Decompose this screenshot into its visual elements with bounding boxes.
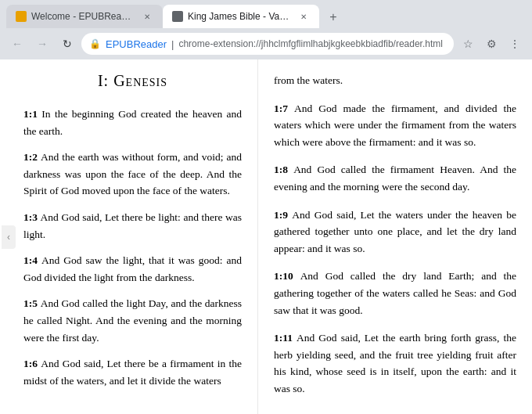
verse-text: In the beginning God created the heaven … xyxy=(23,108,242,137)
verse-1-8: 1:8 And God called the firmament Heaven.… xyxy=(274,161,516,195)
extensions-button[interactable]: ⚙ xyxy=(480,33,502,55)
verse-1-7: 1:7 And God made the firmament, and divi… xyxy=(274,100,516,151)
prev-chapter-arrow[interactable]: ‹ xyxy=(2,225,16,249)
refresh-button[interactable]: ↻ xyxy=(56,33,78,55)
verse-text: And God said, Let the earth bring forth … xyxy=(274,332,516,394)
verse-1-6: 1:6 And God said, Let there be a firmame… xyxy=(23,355,242,389)
verse-ref: 1:9 xyxy=(274,209,292,221)
verse-ref: 1:8 xyxy=(274,164,293,175)
verse-text: And God called the firmament Heaven. And… xyxy=(274,164,516,193)
browser-chrome: Welcome - EPUBReader ✕ King James Bible … xyxy=(0,0,532,414)
new-tab-button[interactable]: + xyxy=(322,6,344,28)
verse-text-continuation: from the waters. xyxy=(274,74,343,86)
verse-1-2: 1:2 And the earth was without form, and … xyxy=(23,149,242,200)
tab-bar: Welcome - EPUBReader ✕ King James Bible … xyxy=(0,0,532,28)
verse-text: And God saw the light, that it was good:… xyxy=(23,254,242,283)
verse-text: And God said, Let the waters under the h… xyxy=(274,209,516,254)
browser-icons: ☆ ⚙ ⋮ xyxy=(457,33,526,55)
verse-text: And God called the light Day, and the da… xyxy=(23,297,242,343)
secure-icon: 🔒 xyxy=(89,38,101,49)
tab-kingjames[interactable]: King James Bible - Various ✕ xyxy=(163,5,319,28)
verse-1-1: 1:1 In the beginning God created the hea… xyxy=(23,106,242,139)
chapter-title: I: Genesis xyxy=(23,72,242,90)
url-separator: | xyxy=(171,38,174,50)
verse-1-5: 1:5 And God called the light Day, and th… xyxy=(23,295,242,346)
tab-favicon-epubreader xyxy=(16,11,27,22)
verse-ref: 1:4 xyxy=(23,254,41,266)
verse-ref: 1:2 xyxy=(23,151,41,163)
verse-1-10: 1:10 And God called the dry land Earth; … xyxy=(274,268,516,319)
menu-button[interactable]: ⋮ xyxy=(504,33,526,55)
verse-text: And God made the firmament, and divided … xyxy=(274,103,516,148)
url-path-text: chrome-extension://jhhclmfgflimlhabjkgke… xyxy=(178,38,443,49)
verse-ref: 1:5 xyxy=(23,297,41,309)
tab-title-epubreader: Welcome - EPUBReader xyxy=(31,11,135,22)
url-extension-name: EPUBReader xyxy=(106,38,167,50)
tab-epubreader[interactable]: Welcome - EPUBReader ✕ xyxy=(6,5,163,28)
verse-1-3: 1:3 And God said, Let there be light: an… xyxy=(23,209,242,243)
verse-text: And God said, Let there be a firmament i… xyxy=(23,358,242,387)
page-content: ‹ I: Genesis 1:1 In the beginning God cr… xyxy=(0,59,532,414)
forward-button[interactable]: → xyxy=(31,33,53,55)
verse-text: And God said, Let there be light: and th… xyxy=(23,211,242,240)
verse-ref: 1:10 xyxy=(274,270,300,282)
verse-continuation: from the waters. xyxy=(274,72,516,89)
tab-close-epubreader[interactable]: ✕ xyxy=(141,10,153,23)
verse-1-4: 1:4 And God saw the light, that it was g… xyxy=(23,252,242,286)
verse-ref: 1:7 xyxy=(274,103,294,114)
verse-1-11: 1:11 And God said, Let the earth bring f… xyxy=(274,329,516,397)
verse-ref: 1:1 xyxy=(23,108,41,120)
verse-ref: 1:3 xyxy=(23,211,41,223)
verse-text: And the earth was without form, and void… xyxy=(23,151,242,196)
address-bar: ← → ↻ 🔒 EPUBReader | chrome-extension://… xyxy=(0,28,532,59)
tab-favicon-kingjames xyxy=(172,11,183,22)
back-button[interactable]: ← xyxy=(6,33,28,55)
left-column: ‹ I: Genesis 1:1 In the beginning God cr… xyxy=(0,59,258,414)
tab-title-kingjames: King James Bible - Various xyxy=(188,11,291,22)
verse-1-9: 1:9 And God said, Let the waters under t… xyxy=(274,207,516,257)
verse-ref: 1:11 xyxy=(274,332,297,344)
tab-close-kingjames[interactable]: ✕ xyxy=(297,10,310,23)
bookmark-button[interactable]: ☆ xyxy=(457,33,479,55)
verse-text: And God called the dry land Earth; and t… xyxy=(274,270,516,315)
verse-ref: 1:6 xyxy=(23,358,41,369)
url-bar[interactable]: 🔒 EPUBReader | chrome-extension://jhhclm… xyxy=(81,33,454,55)
right-column: from the waters. 1:7 And God made the fi… xyxy=(258,59,532,414)
